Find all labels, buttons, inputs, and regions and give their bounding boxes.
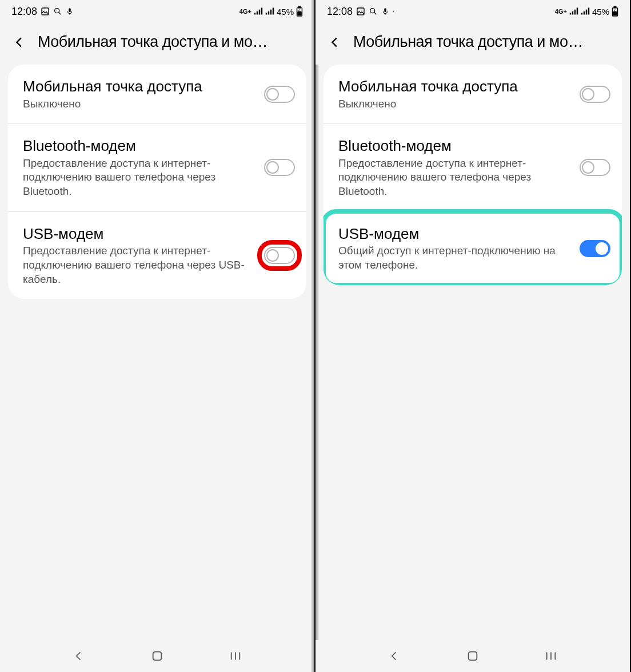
setting-bluetooth-tether[interactable]: Bluetooth-модем Предоставление доступа к… xyxy=(8,123,306,211)
setting-title: USB-модем xyxy=(23,225,257,243)
toggle-bluetooth[interactable] xyxy=(580,159,610,176)
setting-title: Bluetooth-модем xyxy=(23,137,257,155)
svg-rect-7 xyxy=(153,652,162,661)
search-icon xyxy=(53,7,62,16)
nav-recents-button[interactable] xyxy=(226,647,245,665)
mic-icon xyxy=(381,7,389,16)
nav-back-button[interactable] xyxy=(385,647,404,665)
svg-rect-13 xyxy=(384,8,386,12)
svg-rect-18 xyxy=(469,652,477,661)
nav-bar xyxy=(316,640,630,672)
nav-home-button[interactable] xyxy=(148,647,166,665)
setting-usb-tether[interactable]: USB-модем Общий доступ к интернет-подклю… xyxy=(324,211,622,285)
header: Мобильная точка доступа и мо… xyxy=(316,23,630,65)
signal-icon-2 xyxy=(581,7,590,15)
search-icon xyxy=(369,7,378,16)
status-bar: 12:08 · 4G+ 45% xyxy=(316,0,630,23)
svg-rect-5 xyxy=(298,6,301,7)
setting-subtitle: Предоставление доступа к интернет-подклю… xyxy=(23,157,257,199)
highlight-red-annotation xyxy=(262,245,297,266)
phone-left: 12:08 4G+ 45% Мобильная точка доступа и … xyxy=(0,0,316,672)
back-button[interactable] xyxy=(11,34,27,50)
signal-icon xyxy=(254,7,263,15)
nav-home-button[interactable] xyxy=(464,647,482,665)
setting-usb-tether[interactable]: USB-модем Предоставление доступа к интер… xyxy=(8,211,306,299)
header: Мобильная точка доступа и мо… xyxy=(0,23,314,65)
toggle-usb[interactable] xyxy=(264,247,295,264)
battery-icon xyxy=(612,6,618,17)
page-title: Мобильная точка доступа и мо… xyxy=(353,33,583,51)
svg-rect-0 xyxy=(42,8,49,15)
setting-subtitle: Выключено xyxy=(338,97,573,111)
nav-back-button[interactable] xyxy=(70,647,88,665)
status-bar: 12:08 4G+ 45% xyxy=(0,0,314,23)
settings-card: Мобильная точка доступа Выключено Blueto… xyxy=(8,65,306,299)
picture-icon xyxy=(41,7,50,16)
signal-icon-2 xyxy=(265,7,274,15)
network-type-label: 4G+ xyxy=(555,8,567,15)
battery-percent: 45% xyxy=(277,7,294,17)
setting-hotspot[interactable]: Мобильная точка доступа Выключено xyxy=(8,65,306,123)
mic-icon xyxy=(66,7,74,16)
setting-title: Мобильная точка доступа xyxy=(338,77,573,96)
svg-rect-6 xyxy=(298,12,301,15)
setting-title: Bluetooth-модем xyxy=(338,137,573,155)
picture-icon xyxy=(356,7,365,16)
settings-card: Мобильная точка доступа Выключено Blueto… xyxy=(324,65,622,285)
dot-icon: · xyxy=(393,9,394,15)
status-time: 12:08 xyxy=(327,6,353,18)
setting-subtitle: Общий доступ к интернет-подключению на э… xyxy=(338,244,573,272)
signal-icon xyxy=(569,7,578,15)
battery-icon xyxy=(296,6,303,17)
svg-rect-2 xyxy=(69,8,71,12)
setting-bluetooth-tether[interactable]: Bluetooth-модем Предоставление доступа к… xyxy=(324,123,622,211)
toggle-hotspot[interactable] xyxy=(264,86,295,103)
nav-recents-button[interactable] xyxy=(542,647,560,665)
setting-hotspot[interactable]: Мобильная точка доступа Выключено xyxy=(324,65,622,123)
setting-title: Мобильная точка доступа xyxy=(23,77,257,96)
toggle-usb[interactable] xyxy=(580,240,610,257)
toggle-hotspot[interactable] xyxy=(580,86,610,103)
phone-right: 12:08 · 4G+ 45% Мобильная точка доступа … xyxy=(316,0,631,672)
setting-subtitle: Предоставление доступа к интернет-подклю… xyxy=(23,244,257,286)
svg-rect-11 xyxy=(357,8,364,15)
status-time: 12:08 xyxy=(11,6,37,18)
battery-percent: 45% xyxy=(592,7,609,17)
network-type-label: 4G+ xyxy=(239,8,251,15)
nav-bar xyxy=(0,640,314,672)
setting-subtitle: Предоставление доступа к интернет-подклю… xyxy=(338,157,573,199)
back-button[interactable] xyxy=(327,34,343,50)
page-title: Мобильная точка доступа и мо… xyxy=(38,33,267,51)
setting-title: USB-модем xyxy=(338,225,573,243)
toggle-bluetooth[interactable] xyxy=(264,159,295,176)
setting-subtitle: Выключено xyxy=(23,97,257,111)
svg-rect-17 xyxy=(613,12,617,15)
svg-rect-16 xyxy=(614,6,616,7)
